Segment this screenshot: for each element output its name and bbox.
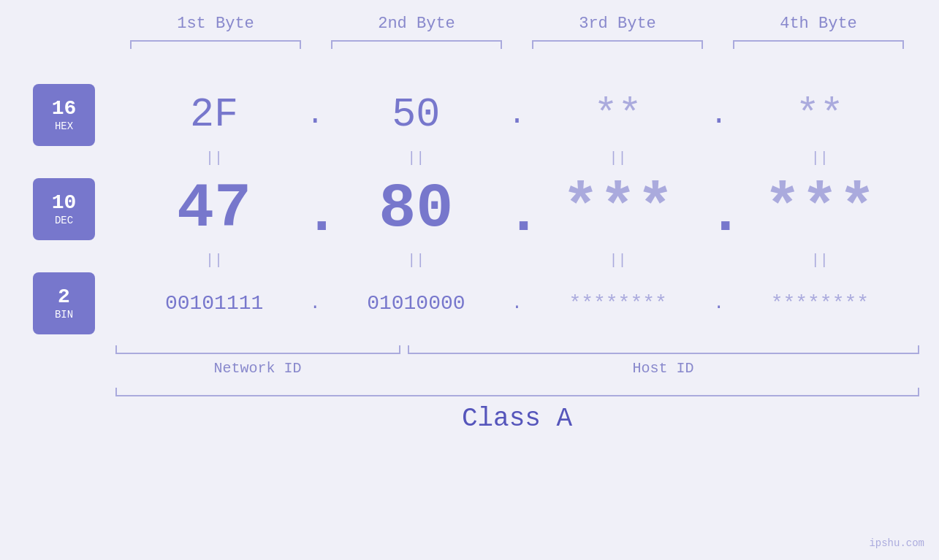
bin-byte1: 00101111 <box>124 292 304 315</box>
equals-row-2: || || || || <box>0 252 939 269</box>
eq1-b4: || <box>730 150 910 166</box>
class-row: Class A <box>115 395 919 434</box>
bin-text: BIN <box>55 309 73 321</box>
hex-byte2: 50 <box>326 92 506 138</box>
bin-row: 2 BIN 00101111 . 01010000 . ******** . *… <box>0 272 939 342</box>
host-id-label: Host ID <box>408 360 919 377</box>
dec-text: DEC <box>55 215 73 226</box>
eq2-dot3 <box>708 252 730 269</box>
eq1-b1: || <box>124 150 304 166</box>
hex-number: 16 <box>52 98 77 120</box>
hex-label-box: 16 HEX <box>33 84 95 146</box>
bracket-line-2 <box>331 40 502 42</box>
bin-label-box: 2 BIN <box>33 272 95 334</box>
bin-number: 2 <box>58 286 70 309</box>
byte2-header: 2nd Byte <box>316 15 517 33</box>
dec-byte4: *** <box>730 174 910 245</box>
class-bracket-line <box>115 395 919 396</box>
dec-byte2: 80 <box>326 174 506 245</box>
bottom-brackets: Network ID Host ID <box>115 353 919 377</box>
network-id-label: Network ID <box>115 360 400 377</box>
dec-dot3: . <box>708 185 730 244</box>
dec-row: 10 DEC 47 . 80 . *** . *** <box>0 170 939 248</box>
bracket-line-3 <box>532 40 703 42</box>
bracket-byte3 <box>517 40 718 55</box>
host-bracket-line <box>408 353 919 354</box>
dec-number: 10 <box>52 192 77 215</box>
host-bracket: Host ID <box>408 353 919 377</box>
byte1-header: 1st Byte <box>115 15 316 33</box>
hex-row: 16 HEX 2F . 50 . ** . ** <box>0 77 939 146</box>
hex-byte4: ** <box>730 92 910 138</box>
eq1-b3: || <box>528 150 708 166</box>
main-container: 1st Byte 2nd Byte 3rd Byte 4th Byte 16 H… <box>0 0 939 560</box>
eq2-b2: || <box>326 252 506 269</box>
byte-headers: 1st Byte 2nd Byte 3rd Byte 4th Byte <box>115 15 919 33</box>
hex-values-container: 2F . 50 . ** . ** <box>95 92 939 138</box>
bracket-byte1 <box>115 40 316 55</box>
equals-values-1: || || || || <box>95 150 939 166</box>
dec-dot1: . <box>304 185 326 244</box>
watermark: ipshu.com <box>869 537 924 549</box>
hex-dot3: . <box>708 101 730 130</box>
dec-byte3: *** <box>528 174 708 245</box>
bracket-byte4 <box>718 40 919 55</box>
eq2-dot1 <box>304 252 326 269</box>
bracket-line-4 <box>733 40 904 42</box>
dec-label-box: 10 DEC <box>33 178 95 240</box>
eq1-dot1 <box>304 150 326 166</box>
dec-values-container: 47 . 80 . *** . *** <box>95 174 939 245</box>
bin-byte3: ******** <box>528 292 708 315</box>
bin-dot3: . <box>708 294 730 313</box>
class-label: Class A <box>115 404 919 434</box>
network-bracket: Network ID <box>115 353 400 377</box>
byte4-header: 4th Byte <box>718 15 919 33</box>
byte3-header: 3rd Byte <box>517 15 718 33</box>
bracket-byte2 <box>316 40 517 55</box>
bin-byte4: ******** <box>730 292 910 315</box>
eq1-dot3 <box>708 150 730 166</box>
bin-values-container: 00101111 . 01010000 . ******** . *******… <box>95 292 939 315</box>
hex-dot1: . <box>304 101 326 130</box>
eq2-b1: || <box>124 252 304 269</box>
bin-byte2: 01010000 <box>326 292 506 315</box>
dec-byte1: 47 <box>124 174 304 245</box>
bracket-line-1 <box>130 40 301 42</box>
equals-row-1: || || || || <box>0 150 939 166</box>
hex-text: HEX <box>55 120 73 132</box>
hex-byte3: ** <box>528 92 708 138</box>
eq2-dot2 <box>506 252 528 269</box>
network-bracket-line <box>115 353 400 354</box>
hex-byte1: 2F <box>124 92 304 138</box>
eq2-b3: || <box>528 252 708 269</box>
eq2-b4: || <box>730 252 910 269</box>
hex-dot2: . <box>506 101 528 130</box>
bin-dot1: . <box>304 294 326 313</box>
bin-dot2: . <box>506 294 528 313</box>
eq1-b2: || <box>326 150 506 166</box>
equals-values-2: || || || || <box>95 252 939 269</box>
dec-dot2: . <box>506 185 528 244</box>
eq1-dot2 <box>506 150 528 166</box>
top-bracket-row <box>115 40 919 55</box>
